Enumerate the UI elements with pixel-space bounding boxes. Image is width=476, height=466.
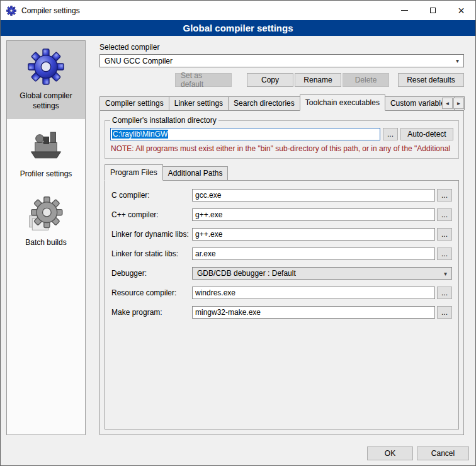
make-program-browse-button[interactable]: ...: [437, 306, 452, 319]
field-row: Debugger: GDB/CDB debugger : Default ▾: [111, 267, 452, 280]
set-as-default-button[interactable]: Set as default: [175, 73, 232, 87]
dynamic-linker-browse-button[interactable]: ...: [437, 228, 452, 241]
tab-search-directories[interactable]: Search directories: [228, 96, 300, 110]
chevron-down-icon: ▾: [456, 57, 459, 64]
sidebar-item-global-compiler-settings[interactable]: Global compiler settings: [7, 41, 85, 119]
window-controls: ×: [390, 1, 475, 20]
minimize-icon: [401, 10, 408, 11]
dialog-footer: OK Cancel: [367, 446, 469, 460]
dynamic-linker-input[interactable]: [192, 228, 435, 241]
installation-directory-legend: Compiler's installation directory: [110, 116, 218, 125]
main-area: Selected compiler GNU GCC Compiler ▾ Set…: [94, 40, 470, 435]
field-row: Linker for static libs: ...: [111, 247, 452, 260]
debugger-select[interactable]: GDB/CDB debugger : Default ▾: [192, 267, 452, 280]
cancel-button[interactable]: Cancel: [417, 446, 469, 460]
cpp-compiler-label: C++ compiler:: [111, 210, 192, 219]
install-dir-input[interactable]: C:\raylib\MinGW: [110, 128, 380, 140]
minimize-button[interactable]: [390, 1, 419, 20]
tab-linker-settings[interactable]: Linker settings: [169, 96, 229, 110]
ok-button[interactable]: OK: [367, 446, 413, 460]
compiler-select[interactable]: GNU GCC Compiler ▾: [99, 54, 464, 67]
selected-compiler-label: Selected compiler: [99, 43, 464, 52]
reset-defaults-button[interactable]: Reset defaults: [398, 73, 464, 87]
sidebar-item-label: Batch builds: [25, 238, 66, 248]
compiler-select-value: GNU GCC Compiler: [105, 57, 173, 65]
maximize-icon: [430, 8, 436, 13]
settings-tabstrip: Compiler settings Linker settings Search…: [99, 96, 464, 110]
close-button[interactable]: ×: [447, 1, 475, 20]
c-compiler-browse-button[interactable]: ...: [437, 189, 452, 202]
close-icon: ×: [458, 5, 465, 16]
tab-scroll-right-icon[interactable]: ►: [453, 98, 464, 109]
debugger-label: Debugger:: [111, 269, 192, 278]
chevron-down-icon: ▾: [444, 270, 447, 277]
titlebar: Compiler settings ×: [1, 1, 475, 20]
c-compiler-input[interactable]: [192, 189, 435, 202]
dynamic-linker-label: Linker for dynamic libs:: [111, 230, 192, 239]
tab-scroll-left-icon[interactable]: ◄: [442, 98, 453, 109]
maximize-button[interactable]: [419, 1, 447, 20]
compiler-settings-dialog: Compiler settings × Global compiler sett…: [0, 0, 476, 466]
auto-detect-button[interactable]: Auto-detect: [400, 128, 453, 140]
installation-directory-group: Compiler's installation directory C:\ray…: [105, 116, 459, 159]
copy-button[interactable]: Copy: [247, 73, 293, 87]
page-title: Global compiler settings: [1, 20, 475, 36]
compiler-actions: Set as default Copy Rename Delete Reset …: [99, 73, 464, 87]
resource-compiler-input[interactable]: [192, 287, 435, 299]
tab-toolchain-executables[interactable]: Toolchain executables: [300, 94, 385, 111]
cpp-compiler-browse-button[interactable]: ...: [437, 208, 452, 221]
note-text: NOTE: All programs must exist either in …: [111, 144, 453, 153]
tab-program-files[interactable]: Program Files: [105, 164, 163, 181]
profiler-plane-icon: [28, 127, 64, 163]
resource-compiler-label: Resource compiler:: [111, 288, 192, 297]
static-linker-browse-button[interactable]: ...: [437, 247, 452, 260]
tab-additional-paths[interactable]: Additional Paths: [162, 166, 229, 180]
blue-gear-icon: [28, 48, 64, 85]
field-row: Make program: ...: [111, 306, 452, 319]
field-row: C++ compiler: ...: [111, 208, 452, 221]
gray-gear-stack-icon: [28, 195, 64, 232]
tab-scroll-controls: ◄ ►: [441, 98, 464, 109]
debugger-select-value: GDB/CDB debugger : Default: [197, 269, 296, 278]
install-dir-value: C:\raylib\MinGW: [112, 130, 168, 139]
field-row: C compiler: ...: [111, 189, 452, 202]
static-linker-label: Linker for static libs:: [111, 249, 192, 258]
sidebar-item-batch-builds[interactable]: Batch builds: [7, 188, 85, 256]
window-icon: [6, 6, 16, 16]
toolchain-panel: Compiler's installation directory C:\ray…: [99, 110, 464, 435]
program-files-tabstrip: Program Files Additional Paths: [105, 166, 459, 180]
installation-directory-row: C:\raylib\MinGW ... Auto-detect: [110, 128, 453, 140]
resource-compiler-browse-button[interactable]: ...: [437, 287, 452, 299]
make-program-input[interactable]: [192, 306, 435, 319]
c-compiler-label: C compiler:: [111, 191, 192, 200]
delete-button[interactable]: Delete: [343, 73, 389, 87]
cpp-compiler-input[interactable]: [192, 208, 435, 221]
settings-sidebar: Global compiler settings Profiler settin…: [6, 40, 86, 435]
sidebar-item-label: Global compiler settings: [9, 91, 83, 111]
sidebar-item-label: Profiler settings: [20, 169, 72, 179]
rename-button[interactable]: Rename: [295, 73, 341, 87]
field-row: Resource compiler: ...: [111, 287, 452, 299]
install-dir-browse-button[interactable]: ...: [383, 128, 398, 140]
window-title: Compiler settings: [21, 6, 80, 15]
field-row: Linker for dynamic libs: ...: [111, 228, 452, 241]
sidebar-item-profiler-settings[interactable]: Profiler settings: [7, 119, 85, 188]
static-linker-input[interactable]: [192, 247, 435, 260]
program-files-panel: C compiler: ... C++ compiler: ... Linker…: [105, 180, 459, 429]
make-program-label: Make program:: [111, 308, 192, 317]
tab-compiler-settings[interactable]: Compiler settings: [99, 96, 169, 110]
